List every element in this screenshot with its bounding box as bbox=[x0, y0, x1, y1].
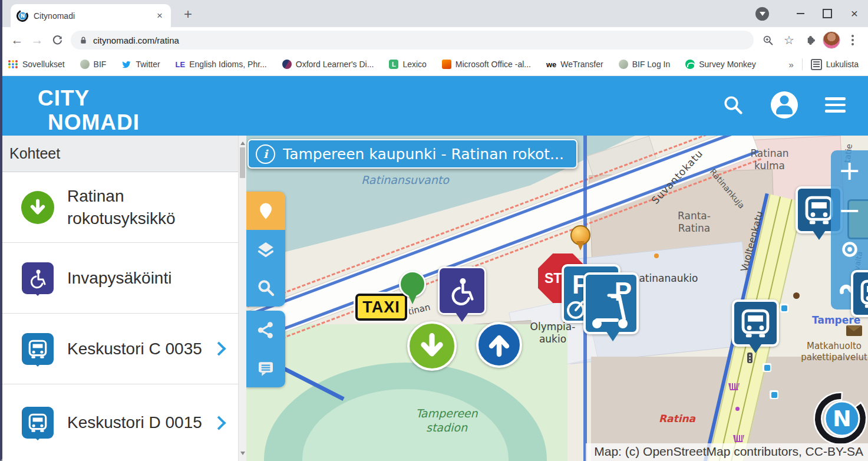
poi-pin-button[interactable] bbox=[246, 192, 285, 230]
bookmark-lexico[interactable]: L Lexico bbox=[389, 60, 426, 69]
sidebar-item-invapysakointi[interactable]: Invapysäköinti bbox=[2, 243, 238, 314]
scroll-down-arrow[interactable] bbox=[240, 452, 245, 457]
map-canvas[interactable]: Ratinansuvanto Suvantokatu Ratinan Ratin… bbox=[246, 136, 868, 461]
scooter-icon bbox=[589, 293, 633, 330]
bus-marker-icon bbox=[22, 407, 54, 439]
oxford-icon bbox=[282, 60, 292, 69]
bookmark-english-idioms[interactable]: LE English Idioms, Phr... bbox=[176, 60, 267, 69]
zoom-button[interactable] bbox=[757, 30, 778, 50]
menu-button[interactable] bbox=[842, 30, 863, 50]
bus-icon bbox=[857, 276, 868, 311]
reading-list-button[interactable]: Lukulista bbox=[811, 59, 859, 70]
zoom-in-button[interactable]: + bbox=[831, 150, 868, 190]
chevron-right-icon[interactable] bbox=[212, 416, 226, 430]
bookmark-surveymonkey[interactable]: Survey Monkey bbox=[685, 60, 755, 69]
label-tampereen-stadion: Tampereenstadion bbox=[408, 407, 485, 435]
extensions-button[interactable] bbox=[800, 30, 821, 50]
zoom-out-button[interactable]: − bbox=[831, 190, 868, 229]
poi-dot bbox=[654, 253, 659, 258]
new-tab-button[interactable]: + bbox=[179, 6, 197, 24]
bus-stop-marker[interactable] bbox=[851, 270, 868, 317]
browser-toolbar: ← → citynomadi.com/ratina ☆ bbox=[2, 27, 868, 53]
browser-window: N Citynomadi × + × ← → citynomadi.com/ra… bbox=[0, 0, 868, 461]
sidebar-item-label: Invapysäköinti bbox=[67, 267, 230, 289]
reading-list-label: Lukulista bbox=[826, 60, 859, 69]
tab-search-button[interactable] bbox=[755, 7, 769, 21]
wetransfer-icon: we bbox=[546, 60, 556, 69]
sidebar-item-keskustori-d[interactable]: Keskustori D 0015 bbox=[2, 384, 238, 461]
bookmarks-overflow-button[interactable]: » bbox=[788, 60, 793, 70]
map-tools-group-1 bbox=[246, 192, 285, 307]
map-title-text: Tampereen kaupunki - Ratinan rokot... bbox=[283, 146, 570, 163]
bookmark-twitter[interactable]: Twitter bbox=[121, 60, 160, 70]
map-attribution: Map: (c) OpenStreetMap contributors, CC-… bbox=[586, 443, 868, 461]
sidebar: Kohteet Ratinan rokotusyksikkö Invapysäk… bbox=[2, 136, 238, 461]
bus-icon bbox=[738, 306, 773, 340]
up-arrow-icon bbox=[485, 331, 513, 359]
bookmark-oxford[interactable]: Oxford Learner's Di... bbox=[282, 60, 374, 69]
chevron-down-icon bbox=[760, 12, 765, 19]
parking-scooter-marker[interactable]: P bbox=[583, 272, 639, 334]
compass-logo[interactable]: N bbox=[813, 391, 867, 446]
up-arrow-marker[interactable] bbox=[476, 322, 522, 368]
down-arrow-marker[interactable] bbox=[407, 321, 457, 371]
transit-stop-icon bbox=[763, 363, 771, 372]
share-icon bbox=[256, 321, 275, 340]
back-button[interactable]: ← bbox=[7, 30, 27, 50]
browser-tab[interactable]: N Citynomadi × bbox=[11, 4, 171, 27]
close-button[interactable]: × bbox=[841, 5, 868, 22]
green-pin-marker[interactable] bbox=[399, 271, 426, 298]
hamburger-menu-icon[interactable] bbox=[825, 97, 846, 113]
bookmark-star-button[interactable]: ☆ bbox=[778, 30, 800, 50]
minimize-icon bbox=[797, 13, 804, 14]
maximize-button[interactable] bbox=[814, 5, 841, 22]
puzzle-icon bbox=[805, 35, 816, 46]
sidebar-scrollbar[interactable] bbox=[238, 136, 246, 461]
scroll-up-arrow[interactable] bbox=[240, 139, 245, 145]
orange-pin-marker[interactable] bbox=[570, 225, 590, 245]
layers-icon bbox=[256, 239, 276, 259]
bus-stop-marker[interactable] bbox=[732, 299, 779, 347]
chevron-right-icon[interactable] bbox=[212, 341, 226, 355]
divider bbox=[802, 58, 803, 70]
layers-button[interactable] bbox=[246, 230, 285, 268]
profile-avatar[interactable] bbox=[821, 30, 842, 50]
bookmark-label: Twitter bbox=[136, 60, 160, 69]
reload-button[interactable] bbox=[47, 30, 67, 50]
map-title-banner[interactable]: i Tampereen kaupunki - Ratinan rokot... bbox=[247, 139, 577, 169]
kebab-menu-icon bbox=[852, 35, 854, 45]
map-search-button[interactable] bbox=[246, 268, 285, 307]
feedback-button[interactable] bbox=[246, 349, 285, 387]
sidebar-item-keskustori-c[interactable]: Keskustori C 0035 bbox=[2, 314, 238, 384]
label-ratinanaukio: Ratinanaukio bbox=[632, 272, 698, 284]
bookmarks-right: » Lukulista bbox=[788, 58, 862, 70]
bookmark-bif[interactable]: BIF bbox=[80, 60, 107, 69]
tab-strip: N Citynomadi × + × bbox=[2, 0, 868, 27]
close-icon: × bbox=[851, 8, 858, 19]
bookmark-label: BIF Log In bbox=[632, 60, 671, 69]
address-bar[interactable]: citynomadi.com/ratina bbox=[71, 31, 754, 50]
bookmark-label: BIF bbox=[94, 60, 107, 69]
bookmark-label: Microsoft Office -al... bbox=[456, 60, 531, 69]
reload-icon bbox=[52, 35, 63, 46]
locate-button[interactable] bbox=[831, 229, 868, 269]
share-button[interactable] bbox=[246, 311, 285, 349]
sidebar-item-ratinan-rokotusyksikko[interactable]: Ratinan rokotusyksikkö bbox=[2, 172, 238, 243]
sidebar-title: Kohteet bbox=[2, 136, 238, 172]
transit-stop-icon bbox=[780, 304, 788, 312]
bookmark-wetransfer[interactable]: we WeTransfer bbox=[546, 60, 603, 69]
scrollbar-thumb[interactable] bbox=[240, 147, 245, 178]
url-text[interactable]: citynomadi.com/ratina bbox=[93, 35, 179, 45]
citynomadi-logo[interactable]: CITY NOMADI bbox=[38, 86, 140, 134]
bookmark-bif-login[interactable]: BIF Log In bbox=[619, 60, 671, 69]
search-icon[interactable] bbox=[722, 94, 744, 116]
header-icons bbox=[722, 91, 846, 118]
bookmark-office[interactable]: Microsoft Office -al... bbox=[442, 60, 531, 69]
wheelchair-marker[interactable] bbox=[438, 266, 486, 315]
minimize-button[interactable] bbox=[787, 5, 814, 22]
bookmark-label: Sovellukset bbox=[22, 60, 65, 69]
profile-icon[interactable] bbox=[771, 91, 798, 118]
taxi-marker[interactable]: TAXI bbox=[355, 294, 407, 321]
tab-close-icon[interactable]: × bbox=[154, 10, 165, 22]
bookmark-sovellukset[interactable]: Sovellukset bbox=[8, 60, 65, 69]
